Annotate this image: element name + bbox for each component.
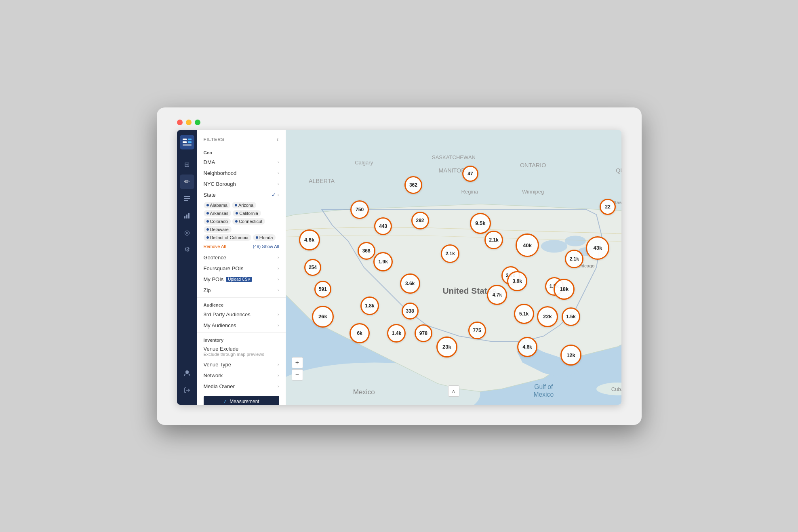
state-tag-dc[interactable]: District of Columbia bbox=[204, 234, 251, 241]
cluster-750[interactable]: 750 bbox=[350, 200, 369, 219]
svg-rect-7 bbox=[184, 198, 190, 199]
cluster-338[interactable]: 338 bbox=[402, 303, 419, 320]
state-tag-connecticut[interactable]: Connecticut bbox=[232, 218, 265, 225]
svg-rect-0 bbox=[180, 135, 194, 149]
cluster-26k[interactable]: 26k bbox=[312, 306, 334, 328]
remove-all-link[interactable]: Remove All bbox=[204, 244, 226, 249]
cluster-775[interactable]: 775 bbox=[468, 322, 486, 339]
nav-target[interactable]: ◎ bbox=[180, 225, 194, 240]
cluster-6k[interactable]: 6k bbox=[350, 323, 370, 343]
filter-geofence-label: Geofence bbox=[204, 254, 226, 261]
minimize-button[interactable] bbox=[186, 120, 192, 125]
cluster-3.6k[interactable]: 3.6k bbox=[507, 271, 527, 291]
cluster-40k[interactable]: 40k bbox=[516, 233, 539, 257]
cluster-4.7k[interactable]: 4.7k bbox=[487, 285, 507, 305]
filter-foursquare[interactable]: Foursquare POIs › bbox=[197, 263, 286, 274]
measurement-button[interactable]: ✓ Measurement bbox=[204, 396, 279, 405]
filter-neighborhood-chevron: › bbox=[278, 170, 279, 175]
cluster-9.5k[interactable]: 9.5k bbox=[470, 213, 491, 234]
filter-dma-chevron: › bbox=[278, 160, 279, 164]
app-window: ⊞ ✏ ◎ ⚙ bbox=[177, 130, 621, 405]
filter-geofence[interactable]: Geofence › bbox=[197, 252, 286, 263]
state-tag-colorado[interactable]: Colorado bbox=[204, 218, 231, 225]
map-area[interactable]: United States Mexico Gulf of Mexico Cuba… bbox=[286, 130, 621, 405]
show-all-link[interactable]: (49) Show All bbox=[253, 244, 279, 249]
cluster-4.6k[interactable]: 4.6k bbox=[299, 229, 320, 250]
map-scroll-button[interactable]: ∧ bbox=[448, 385, 459, 397]
state-tag-arkansas[interactable]: Arkansas bbox=[204, 210, 232, 217]
cluster-12k[interactable]: 12k bbox=[560, 345, 581, 366]
cluster-591[interactable]: 591 bbox=[314, 281, 331, 298]
logo[interactable] bbox=[180, 135, 194, 149]
state-tag-florida[interactable]: Florida bbox=[253, 234, 276, 241]
filter-3rd-party-label: 3rd Party Audiences bbox=[204, 311, 251, 318]
cluster-978[interactable]: 978 bbox=[415, 324, 432, 342]
cluster-1.4k[interactable]: 1.4k bbox=[387, 324, 406, 343]
cluster-22[interactable]: 22 bbox=[600, 199, 616, 215]
svg-rect-3 bbox=[188, 139, 192, 140]
filter-network[interactable]: Network › bbox=[197, 370, 286, 381]
filter-my-pois[interactable]: My POIs Upload CSV › bbox=[197, 274, 286, 285]
state-tag-arizona[interactable]: Arizona bbox=[232, 202, 256, 208]
cluster-2.1k[interactable]: 2.1k bbox=[484, 231, 503, 249]
cluster-1.9k[interactable]: 1.9k bbox=[373, 252, 393, 271]
state-tag-california[interactable]: California bbox=[233, 210, 261, 217]
filter-neighborhood[interactable]: Neighborhood › bbox=[197, 168, 286, 179]
cluster-1.5k[interactable]: 1.5k bbox=[562, 307, 580, 326]
filter-state[interactable]: State ✓ › bbox=[197, 189, 286, 200]
cluster-1.8k[interactable]: 1.8k bbox=[360, 296, 379, 315]
cluster-2.1k[interactable]: 2.1k bbox=[441, 244, 459, 263]
filter-zip[interactable]: Zip › bbox=[197, 285, 286, 296]
zoom-in-button[interactable]: + bbox=[292, 357, 303, 368]
upload-csv-badge[interactable]: Upload CSV bbox=[226, 277, 252, 282]
maximize-button[interactable] bbox=[195, 120, 200, 125]
close-button[interactable] bbox=[177, 120, 183, 125]
cluster-368[interactable]: 368 bbox=[358, 242, 375, 260]
filters-collapse-icon[interactable]: ‹ bbox=[276, 136, 279, 143]
filter-state-chevron: › bbox=[278, 192, 279, 197]
measurement-label: Measurement bbox=[230, 399, 259, 404]
cluster-4.6k[interactable]: 4.6k bbox=[517, 337, 537, 357]
cluster-254[interactable]: 254 bbox=[304, 259, 321, 276]
nav-analytics[interactable] bbox=[180, 208, 194, 223]
filter-nyc-borough[interactable]: NYC Borough › bbox=[197, 179, 286, 189]
nav-dashboard[interactable]: ⊞ bbox=[180, 158, 194, 172]
filter-foursquare-label: Foursquare POIs bbox=[204, 265, 244, 271]
cluster-292[interactable]: 292 bbox=[411, 212, 429, 229]
filter-state-check: ✓ bbox=[272, 192, 276, 198]
filter-media-owner-label: Media Owner bbox=[204, 383, 235, 389]
device-frame: ⊞ ✏ ◎ ⚙ bbox=[157, 107, 642, 425]
state-tag-alabama[interactable]: Alabama bbox=[204, 202, 230, 208]
cluster-443[interactable]: 443 bbox=[374, 217, 392, 235]
sidebar-nav: ⊞ ✏ ◎ ⚙ bbox=[177, 130, 197, 405]
nav-logout[interactable] bbox=[180, 383, 194, 397]
filter-media-owner-chevron: › bbox=[278, 384, 279, 389]
filter-media-owner[interactable]: Media Owner › bbox=[197, 381, 286, 392]
filter-my-audiences[interactable]: My Audiences › bbox=[197, 320, 286, 331]
inventory-label: Inventory bbox=[197, 334, 286, 343]
filter-venue-type[interactable]: Venue Type › bbox=[197, 359, 286, 370]
zoom-out-button[interactable]: − bbox=[292, 369, 303, 381]
svg-rect-5 bbox=[183, 144, 192, 146]
cluster-18k[interactable]: 18k bbox=[554, 279, 575, 300]
filter-venue-type-label: Venue Type bbox=[204, 362, 231, 368]
nav-settings[interactable]: ⚙ bbox=[180, 242, 194, 257]
cluster-23k[interactable]: 23k bbox=[436, 336, 457, 357]
state-tag-delaware[interactable]: Delaware bbox=[204, 226, 232, 233]
cluster-362[interactable]: 362 bbox=[404, 176, 422, 194]
nav-user[interactable] bbox=[180, 366, 194, 381]
cluster-22k[interactable]: 22k bbox=[537, 306, 558, 327]
cluster-3.6k[interactable]: 3.6k bbox=[400, 273, 420, 294]
venue-exclude-title: Venue Exclude bbox=[204, 346, 279, 352]
cluster-2.1k[interactable]: 2.1k bbox=[565, 250, 583, 268]
nav-edit[interactable]: ✏ bbox=[180, 175, 194, 189]
nav-report[interactable] bbox=[180, 191, 194, 206]
cluster-47[interactable]: 47 bbox=[462, 166, 478, 182]
filter-3rd-party[interactable]: 3rd Party Audiences › bbox=[197, 309, 286, 320]
cluster-5.1k[interactable]: 5.1k bbox=[514, 304, 534, 324]
filter-network-label: Network bbox=[204, 372, 223, 378]
filter-dma[interactable]: DMA › bbox=[197, 157, 286, 168]
measurement-check: ✓ bbox=[223, 399, 227, 404]
cluster-43k[interactable]: 43k bbox=[586, 236, 609, 260]
svg-point-12 bbox=[185, 370, 189, 374]
